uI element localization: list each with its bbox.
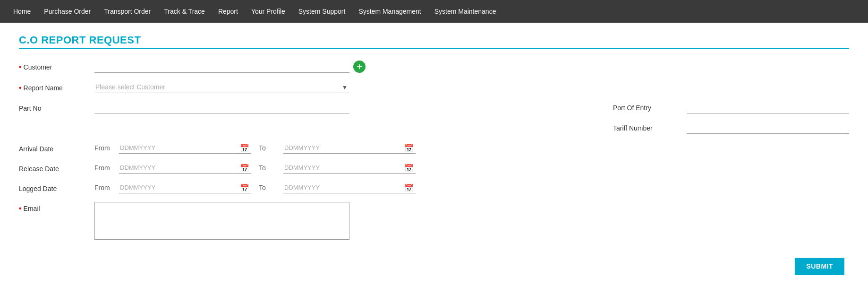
nav-system-support[interactable]: System Support	[293, 5, 351, 18]
right-fields: Port Of Entry Tariff Number	[613, 102, 849, 134]
customer-field-control: +	[94, 61, 849, 73]
logged-date-range: From 📅 To 📅	[94, 182, 416, 193]
part-no-section: Part No Port Of Entry Tariff Number	[19, 102, 849, 134]
port-of-entry-label: Port Of Entry	[613, 104, 679, 112]
nav-transport-order[interactable]: Transport Order	[98, 5, 156, 18]
logged-to-wrapper: 📅	[283, 182, 416, 193]
nav-track-trace[interactable]: Track & Trace	[158, 5, 211, 18]
report-name-row: • Report Name Please select Customer ▼	[19, 81, 849, 93]
tariff-number-label: Tariff Number	[613, 124, 679, 132]
arrival-from-wrapper: 📅	[119, 142, 251, 154]
email-textarea[interactable]	[94, 202, 349, 240]
page-title: C.O REPORT REQUEST	[19, 34, 849, 46]
logged-from-input[interactable]	[119, 182, 251, 193]
port-of-entry-input[interactable]	[687, 102, 849, 113]
release-from-wrapper: 📅	[119, 162, 251, 174]
part-no-label: Part No	[19, 102, 94, 112]
customer-label: • Customer	[19, 61, 94, 71]
customer-required-dot: •	[19, 63, 22, 71]
customer-wrapper: +	[94, 61, 366, 73]
logged-date-label: Logged Date	[19, 182, 94, 192]
release-from-calendar-icon[interactable]: 📅	[240, 164, 249, 173]
nav-system-management[interactable]: System Management	[353, 5, 426, 18]
report-name-required-dot: •	[19, 84, 22, 92]
release-to-label: To	[259, 164, 276, 172]
release-to-wrapper: 📅	[283, 162, 416, 174]
report-name-field-control: Please select Customer ▼	[94, 81, 849, 93]
logged-date-field-control: From 📅 To 📅	[94, 182, 849, 193]
form-section: • Customer + • Report Name Please select…	[19, 61, 849, 275]
arrival-to-wrapper: 📅	[283, 142, 416, 154]
add-customer-button[interactable]: +	[353, 61, 366, 73]
release-date-field-control: From 📅 To 📅	[94, 162, 849, 174]
release-to-calendar-icon[interactable]: 📅	[404, 164, 414, 173]
submit-button[interactable]: SUBMIT	[795, 258, 844, 275]
customer-input[interactable]	[94, 61, 349, 73]
arrival-from-calendar-icon[interactable]: 📅	[240, 144, 249, 153]
email-field-control	[94, 202, 849, 240]
arrival-to-input[interactable]	[283, 142, 416, 154]
logged-to-calendar-icon[interactable]: 📅	[404, 183, 414, 192]
tariff-number-row: Tariff Number	[613, 122, 849, 134]
release-date-range: From 📅 To 📅	[94, 162, 416, 174]
arrival-date-label: Arrival Date	[19, 142, 94, 153]
part-no-row: Part No	[19, 102, 594, 113]
arrival-from-label: From	[94, 144, 111, 152]
report-name-select-wrapper: Please select Customer ▼	[94, 81, 349, 93]
submit-row: SUBMIT	[19, 258, 849, 275]
arrival-date-field-control: From 📅 To 📅	[94, 142, 849, 154]
main-content: C.O REPORT REQUEST • Customer + • Report…	[0, 23, 868, 286]
release-date-row: Release Date From 📅 To 📅	[19, 162, 849, 174]
tariff-number-input[interactable]	[687, 122, 849, 134]
report-name-label: • Report Name	[19, 81, 94, 92]
nav-home[interactable]: Home	[8, 5, 36, 18]
nav-system-maintenance[interactable]: System Maintenance	[429, 5, 502, 18]
email-label: • Email	[19, 202, 94, 212]
logged-from-wrapper: 📅	[119, 182, 251, 193]
arrival-date-range: From 📅 To 📅	[94, 142, 416, 154]
release-from-label: From	[94, 164, 111, 172]
nav-purchase-order[interactable]: Purchase Order	[38, 5, 96, 18]
arrival-from-input[interactable]	[119, 142, 251, 154]
logged-date-row: Logged Date From 📅 To 📅	[19, 182, 849, 193]
port-of-entry-row: Port Of Entry	[613, 102, 849, 113]
logged-to-input[interactable]	[283, 182, 416, 193]
email-row: • Email	[19, 202, 849, 240]
arrival-date-row: Arrival Date From 📅 To 📅	[19, 142, 849, 154]
report-name-select[interactable]: Please select Customer	[94, 81, 349, 93]
main-nav: Home Purchase Order Transport Order Trac…	[0, 0, 868, 23]
release-from-input[interactable]	[119, 162, 251, 174]
part-no-input[interactable]	[94, 102, 349, 113]
left-col: Part No	[19, 102, 594, 113]
arrival-to-label: To	[259, 144, 276, 152]
logged-from-calendar-icon[interactable]: 📅	[240, 183, 249, 192]
logged-to-label: To	[259, 184, 276, 192]
logged-from-label: From	[94, 184, 111, 192]
release-to-input[interactable]	[283, 162, 416, 174]
title-divider	[19, 48, 849, 49]
email-required-dot: •	[19, 205, 22, 212]
release-date-label: Release Date	[19, 162, 94, 173]
customer-row: • Customer +	[19, 61, 849, 73]
part-no-field-control	[94, 102, 594, 113]
nav-your-profile[interactable]: Your Profile	[246, 5, 291, 18]
arrival-to-calendar-icon[interactable]: 📅	[404, 144, 414, 153]
nav-report[interactable]: Report	[213, 5, 244, 18]
